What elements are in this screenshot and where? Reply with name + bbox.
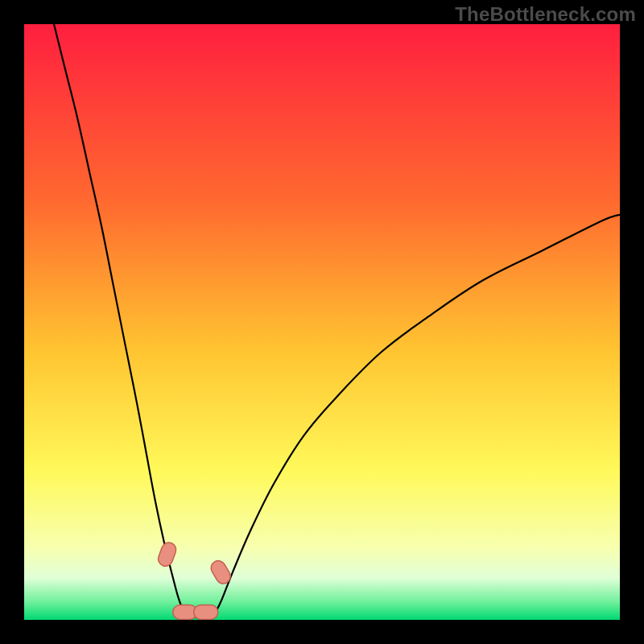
svg-rect-2 (194, 605, 218, 619)
chart-svg (24, 24, 620, 620)
chart-frame: TheBottleneck.com (0, 0, 644, 644)
data-marker (194, 605, 218, 619)
gradient-background (24, 24, 620, 620)
watermark-text: TheBottleneck.com (455, 3, 636, 26)
plot-area (24, 24, 620, 620)
